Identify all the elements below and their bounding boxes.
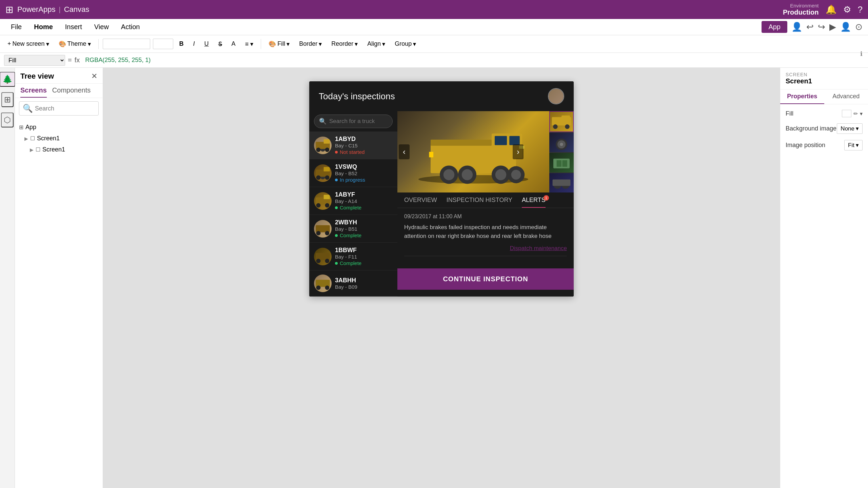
undo-icon[interactable]: ↩: [806, 22, 814, 32]
fill-color-swatch[interactable]: [842, 110, 851, 117]
svg-point-8: [316, 175, 321, 180]
tab-screens[interactable]: Screens: [20, 86, 47, 98]
app-frame: Today's inspections 🔍 ⇅: [309, 81, 574, 297]
theme-button[interactable]: 🎨 Theme ▾: [55, 39, 94, 49]
svg-rect-47: [557, 160, 561, 167]
border-button[interactable]: Border ▾: [296, 39, 325, 49]
app-title: Today's inspections: [319, 91, 395, 102]
app-button[interactable]: App: [762, 21, 787, 33]
tab-inspection-history[interactable]: INSPECTION HISTORY: [447, 192, 512, 208]
strikethrough-button[interactable]: S̶: [215, 39, 225, 49]
alert-text: Hydraulic brakes failed inspection and n…: [404, 223, 567, 240]
fill-dropdown-icon[interactable]: ▾: [860, 110, 863, 117]
theme-chevron: ▾: [88, 40, 91, 48]
truck-thumb-4: [314, 248, 332, 265]
truck-item-0[interactable]: 1ABYD Bay - C15 Not started: [309, 131, 397, 159]
truck-item-2[interactable]: 1ABYF Bay - A14 Complete: [309, 187, 397, 215]
menu-bar: File Home Insert View Action App 👤 ↩ ↪ ▶…: [0, 19, 868, 35]
truck-thumb-3: [314, 220, 332, 238]
truck-bay-4: Bay - F11: [335, 254, 393, 260]
bold-button[interactable]: B: [176, 39, 187, 49]
truck-item-5[interactable]: 3ABHH Bay - B09: [309, 270, 397, 297]
font-size-input[interactable]: [153, 39, 173, 49]
props-dropdown-bg-image[interactable]: None ▾: [837, 123, 863, 134]
font-family-input[interactable]: [103, 39, 150, 49]
tree-item-screen1-2[interactable]: ▶ ☐ Screen1: [15, 144, 103, 155]
main-image-container: ‹: [397, 111, 574, 192]
align-objects-button[interactable]: Align ▾: [364, 39, 389, 49]
truck-search-bar: 🔍 ⇅: [314, 115, 393, 128]
menu-action[interactable]: Action: [116, 21, 145, 33]
dispatch-maintenance-link[interactable]: Dispatch maintenance: [404, 245, 567, 252]
tree-view-icon[interactable]: 🌲: [0, 72, 15, 87]
components-icon[interactable]: ⊞: [1, 92, 14, 107]
account-icon[interactable]: ⊙: [855, 22, 863, 32]
toolbar-separator-2: [261, 39, 261, 49]
props-label-bg-image: Background image: [786, 125, 836, 132]
menu-insert[interactable]: Insert: [60, 21, 87, 33]
help-icon[interactable]: ?: [858, 4, 863, 15]
underline-button[interactable]: U: [201, 39, 212, 49]
truck-item-4[interactable]: 1BBWF Bay - F11 Complete: [309, 243, 397, 270]
tree-title: Tree view: [20, 72, 54, 81]
toolbar: + New screen ▾ 🎨 Theme ▾ B I U S̶ A ≡ ▾ …: [0, 35, 868, 53]
thumb-1[interactable]: [549, 133, 574, 152]
menu-file[interactable]: File: [5, 21, 27, 33]
prev-image-button[interactable]: ‹: [399, 144, 410, 159]
property-dropdown[interactable]: Fill: [4, 55, 65, 66]
settings-icon[interactable]: ⚙: [843, 4, 851, 15]
props-tab-properties[interactable]: Properties: [780, 89, 824, 104]
truck-item-3[interactable]: 2WBYH Bay - B51 Complete: [309, 215, 397, 243]
truck-id-4: 1BBWF: [335, 247, 393, 254]
font-color-button[interactable]: A: [228, 39, 239, 49]
tree-item-app[interactable]: ⊞ App: [15, 122, 103, 133]
svg-point-19: [325, 259, 330, 263]
props-tab-advanced[interactable]: Advanced: [824, 89, 868, 104]
italic-button[interactable]: I: [190, 39, 198, 49]
fill-edit-icon[interactable]: ✏: [853, 110, 858, 117]
thumb-3[interactable]: [549, 173, 574, 193]
svg-rect-11: [324, 195, 330, 199]
thumb-2[interactable]: [549, 153, 574, 172]
menu-view[interactable]: View: [89, 21, 114, 33]
tab-components[interactable]: Components: [52, 86, 91, 98]
new-screen-button[interactable]: + New screen ▾: [4, 39, 53, 49]
props-dropdown-image-position[interactable]: Fit ▾: [844, 140, 863, 150]
thumb-0[interactable]: [549, 111, 574, 132]
truck-info-4: 1BBWF Bay - F11 Complete: [335, 247, 393, 266]
next-image-button[interactable]: ›: [513, 144, 524, 159]
continue-inspection-button[interactable]: CONTINUE INSPECTION: [397, 268, 574, 290]
props-tabs: Properties Advanced: [780, 89, 868, 104]
persona-icon[interactable]: 👤: [791, 22, 802, 32]
tab-overview[interactable]: OVERVIEW: [404, 192, 437, 208]
fill-icon: 🎨: [269, 40, 276, 48]
tree-close-button[interactable]: ✕: [91, 72, 97, 81]
toolbar-separator-1: [98, 39, 99, 49]
tree-item-screen1-1[interactable]: ▶ ☐ Screen1: [15, 133, 103, 144]
props-body: Fill ✏ ▾ Background image None ▾ Image p…: [780, 104, 868, 162]
notification-icon[interactable]: 🔔: [826, 4, 836, 15]
svg-point-16: [325, 231, 330, 235]
menu-home[interactable]: Home: [28, 21, 58, 33]
search-input[interactable]: [35, 105, 95, 112]
props-info-icon[interactable]: ℹ: [860, 50, 863, 58]
status-text-1: In progress: [340, 177, 365, 183]
truck-status-2: Complete: [335, 205, 393, 210]
svg-rect-48: [562, 160, 567, 167]
menu-right: App 👤 ↩ ↪ ▶ 👤 ⊙: [762, 21, 863, 33]
powerapps-logo: PowerApps: [17, 5, 56, 14]
fill-button[interactable]: 🎨 Fill ▾: [265, 39, 293, 49]
tab-alerts[interactable]: ALERTS 1: [522, 192, 546, 208]
reorder-button[interactable]: Reorder ▾: [328, 39, 361, 49]
formula-input[interactable]: [82, 55, 864, 65]
group-button[interactable]: Group ▾: [391, 39, 419, 49]
data-icon[interactable]: ⬡: [1, 113, 14, 127]
play-icon[interactable]: ▶: [829, 22, 836, 32]
truck-item-1[interactable]: 1VSWQ Bay - B52 In progress: [309, 159, 397, 187]
waffle-icon[interactable]: ⊞: [5, 4, 13, 15]
redo-icon[interactable]: ↪: [818, 22, 825, 32]
truck-thumb-5: [314, 274, 332, 292]
truck-search-input[interactable]: [329, 118, 401, 125]
align-button[interactable]: ≡ ▾: [242, 39, 257, 49]
share-icon[interactable]: 👤: [840, 22, 851, 32]
